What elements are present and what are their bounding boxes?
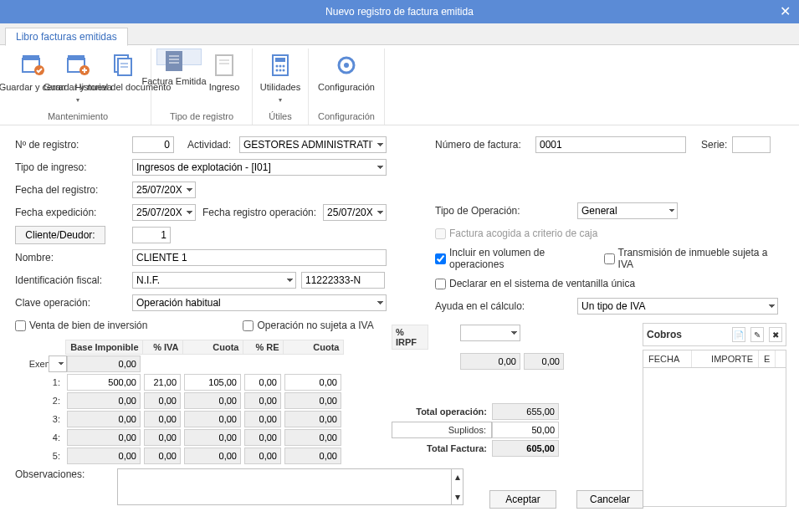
svg-rect-18 (275, 58, 285, 62)
calc-help-select[interactable] (577, 298, 778, 315)
svg-rect-14 (216, 55, 233, 75)
chk-cash[interactable]: Factura acogida a criterio de caja (435, 228, 597, 239)
issue-date-input[interactable] (132, 204, 196, 221)
client-no-input[interactable] (132, 227, 171, 243)
history-icon (110, 52, 136, 79)
op-reg-date-input[interactable] (323, 204, 387, 221)
r1-re[interactable] (244, 374, 281, 391)
r1-base[interactable] (67, 374, 141, 391)
reg-date-input[interactable] (132, 182, 196, 198)
r1-cuota[interactable] (184, 374, 241, 391)
col-cuota2: Cuota (283, 340, 343, 355)
issue-date-label: Fecha expedición: (15, 207, 132, 218)
exenta-base[interactable] (67, 356, 141, 372)
cobros-title: Cobros (647, 329, 682, 340)
irpf-base[interactable] (460, 353, 520, 370)
fiscal-id-label: Identificación fiscal: (15, 274, 132, 286)
r2-base[interactable] (67, 392, 141, 409)
calc-help-label: Ayuda en el cálculo: (435, 300, 577, 312)
name-input[interactable] (132, 249, 387, 266)
fiscal-id-type-select[interactable] (132, 272, 296, 289)
col-importe[interactable]: IMPORTE (692, 350, 759, 367)
obs-textarea[interactable] (117, 468, 452, 505)
window-title: Nuevo registro de factura emitida (325, 6, 474, 18)
chk-invest[interactable]: Venta de bien de inversión (15, 320, 147, 331)
cancel-button[interactable]: Cancelar (576, 490, 643, 509)
reg-no-label: Nº de registro: (15, 139, 132, 151)
col-re-pct: % RE (243, 340, 283, 355)
col-cuota: Cuota (182, 340, 243, 355)
ribbon-group-maint: Mantenimiento (10, 110, 146, 125)
income-type-button[interactable]: Ingreso (202, 49, 247, 110)
total-op-label: Total operación: (392, 407, 492, 417)
total-fact (492, 440, 559, 457)
calculator-icon (267, 52, 294, 79)
ribbon-group-config: Configuración (314, 110, 379, 125)
irpf-select[interactable] (460, 325, 520, 341)
save-new-icon (64, 52, 91, 79)
obs-scroll[interactable]: ▴▾ (452, 468, 464, 505)
client-button[interactable]: Cliente/Deudor: (15, 226, 105, 244)
cobros-edit-icon[interactable]: ✎ (750, 327, 764, 342)
income-type-select[interactable] (132, 159, 387, 176)
col-e[interactable]: E (759, 350, 776, 367)
svg-point-20 (279, 65, 282, 68)
total-fact-label: Total Factura: (392, 443, 492, 453)
reg-no-input[interactable] (132, 136, 174, 153)
save-close-button[interactable]: Guardar y cerrar (10, 49, 55, 110)
config-button[interactable]: Configuración (314, 49, 379, 110)
total-op (492, 403, 559, 420)
svg-rect-4 (68, 55, 85, 60)
chk-no-iva[interactable]: Operación no sujeta a IVA (243, 320, 373, 331)
exenta-select[interactable] (49, 356, 67, 372)
accept-button[interactable]: Aceptar (489, 490, 556, 509)
save-new-button[interactable]: Guardar y nueva ▾ (55, 49, 100, 110)
cobros-table: FECHA IMPORTE E (643, 350, 786, 507)
activity-select[interactable] (239, 136, 387, 153)
chk-transm[interactable]: Transmisión de inmueble sujeta a IVA (604, 247, 775, 270)
chk-vol[interactable]: Incluir en volumen de operaciones (435, 247, 592, 270)
suplidos-label: Suplidos: (392, 422, 492, 438)
op-type-select[interactable] (577, 202, 678, 219)
invoice-no-input[interactable] (535, 136, 686, 153)
invoice-type-button[interactable]: Factura Emitida (156, 49, 202, 65)
chevron-down-icon: ▾ (279, 95, 282, 105)
cobros-del-icon[interactable]: ✖ (769, 327, 782, 342)
r1-cuota2[interactable] (284, 374, 341, 391)
fiscal-id-input[interactable] (301, 272, 385, 289)
name-label: Nombre: (15, 252, 132, 263)
invoice-no-label: Número de factura: (435, 139, 535, 151)
tab-libro-emitidas[interactable]: Libro facturas emitidas (5, 28, 128, 46)
svg-point-23 (279, 69, 282, 72)
svg-rect-1 (23, 55, 39, 60)
ribbon-group-regtype: Tipo de registro (156, 110, 247, 125)
r1-iva[interactable] (144, 374, 181, 391)
irpf-cuota[interactable] (524, 353, 564, 370)
income-icon (211, 52, 238, 79)
svg-point-26 (344, 63, 349, 68)
col-irpf: % IRPF (392, 325, 428, 350)
serie-input[interactable] (732, 136, 771, 153)
invoice-icon (161, 49, 187, 73)
col-base: Base Imponible (65, 340, 142, 355)
svg-point-21 (283, 65, 285, 68)
ribbon-tabbar: Libro facturas emitidas (0, 23, 799, 45)
chk-oss[interactable]: Declarar en el sistema de ventanilla úni… (435, 278, 635, 289)
reg-date-label: Fecha del registro: (15, 184, 132, 196)
col-fecha[interactable]: FECHA (643, 350, 692, 367)
close-icon[interactable]: ✕ (780, 0, 791, 23)
op-key-label: Clave operación: (15, 297, 132, 309)
obs-label: Observaciones: (15, 468, 117, 505)
utilities-button[interactable]: Utilidades ▾ (258, 49, 303, 110)
op-key-select[interactable] (132, 294, 387, 311)
save-close-icon (19, 52, 46, 79)
gear-icon (333, 52, 360, 79)
suplidos-input[interactable] (492, 422, 559, 438)
svg-rect-10 (166, 51, 182, 71)
cobros-new-icon[interactable]: 📄 (732, 327, 745, 342)
serie-label: Serie: (701, 139, 727, 151)
svg-point-22 (276, 69, 279, 72)
chevron-down-icon: ▾ (76, 95, 79, 105)
svg-point-24 (283, 69, 285, 72)
income-type-label: Tipo de ingreso: (15, 161, 132, 173)
